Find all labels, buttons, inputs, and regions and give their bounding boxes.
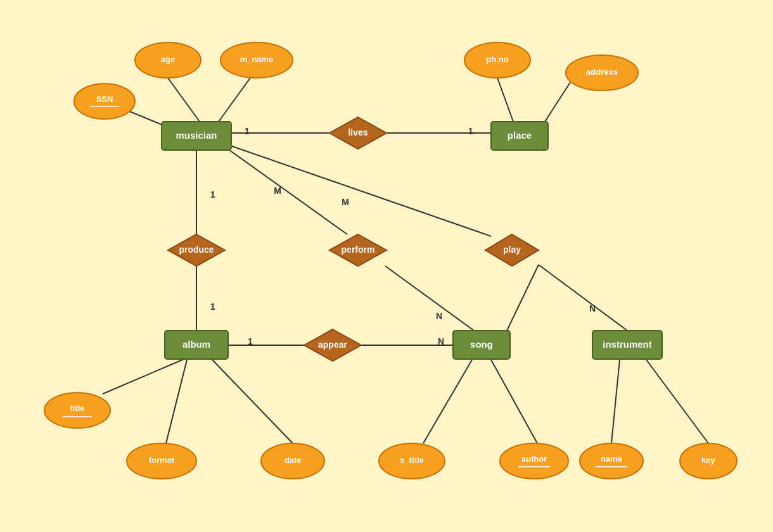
attr-format-label: format bbox=[149, 455, 175, 465]
relation-play-label: play bbox=[503, 244, 521, 255]
relation-perform-label: perform bbox=[342, 244, 375, 255]
line-album-title bbox=[103, 358, 187, 394]
line-perform-song bbox=[385, 266, 474, 331]
attr-title-label: title bbox=[70, 403, 84, 413]
card-perform-n: N bbox=[436, 311, 442, 321]
attr-name-label: name bbox=[601, 454, 622, 464]
relation-lives-label: lives bbox=[348, 127, 367, 137]
attr-author-label: author bbox=[521, 454, 547, 464]
entity-place-label: place bbox=[508, 130, 532, 141]
line-address-place bbox=[545, 82, 570, 122]
line-song-stitle bbox=[423, 360, 472, 443]
entity-song-label: song bbox=[470, 339, 493, 350]
card-appear-1: 1 bbox=[248, 336, 253, 346]
relation-produce-label: produce bbox=[179, 244, 214, 255]
entity-album-label: album bbox=[182, 339, 210, 350]
entity-instrument-label: instrument bbox=[603, 339, 652, 350]
attr-key-label: key bbox=[701, 455, 715, 465]
attr-mname-label: m_name bbox=[240, 54, 274, 64]
attr-date-label: date bbox=[284, 455, 302, 465]
line-song-author bbox=[491, 360, 537, 443]
line-album-format bbox=[166, 360, 187, 443]
line-phno-place bbox=[497, 78, 513, 122]
relation-appear-label: appear bbox=[318, 339, 347, 350]
attr-stitle-label: s_title bbox=[400, 455, 424, 465]
attr-address-label: address bbox=[586, 67, 618, 77]
line-play-instrument bbox=[539, 265, 627, 331]
line-mname-musician bbox=[219, 78, 250, 122]
card-appear-n: N bbox=[438, 336, 444, 346]
line-musician-perform bbox=[225, 147, 347, 234]
er-diagram: 1 1 1 M M 1 1 N N N musician place album… bbox=[0, 0, 773, 532]
line-album-date bbox=[212, 360, 293, 443]
line-instrument-name bbox=[611, 360, 620, 443]
card-play-m: M bbox=[342, 197, 349, 207]
card-produce-1-bottom: 1 bbox=[210, 301, 215, 312]
entity-musician-label: musician bbox=[176, 130, 217, 141]
card-lives-1-left: 1 bbox=[245, 126, 250, 136]
line-play-song bbox=[507, 265, 539, 331]
attr-age-label: age bbox=[161, 54, 175, 64]
attr-phno-label: ph.no bbox=[486, 54, 508, 64]
line-musician-play bbox=[227, 144, 491, 236]
line-age-musician bbox=[168, 78, 200, 122]
card-perform-m: M bbox=[274, 186, 281, 196]
line-instrument-key bbox=[646, 360, 708, 443]
attr-ssn-label: SSN bbox=[96, 94, 113, 104]
card-lives-1-right: 1 bbox=[468, 126, 473, 136]
card-play-n: N bbox=[589, 303, 596, 314]
card-produce-1: 1 bbox=[210, 189, 215, 200]
